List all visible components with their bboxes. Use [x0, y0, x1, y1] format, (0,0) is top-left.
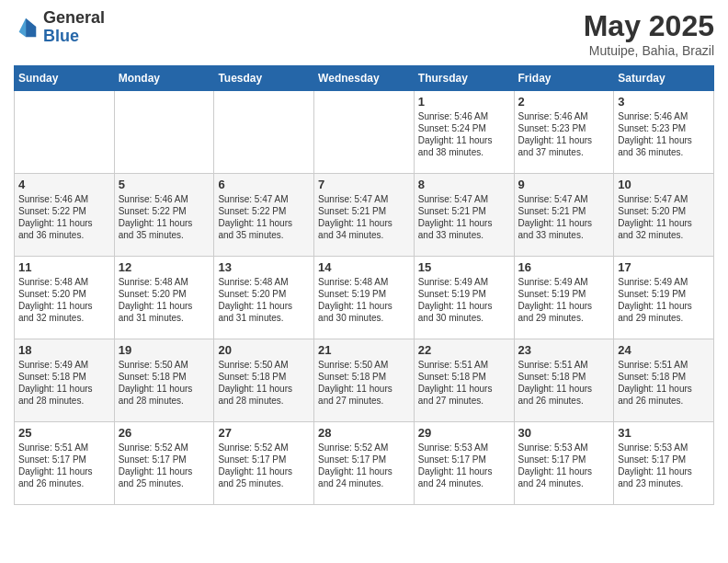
cell-text: Daylight: 11 hours — [418, 383, 510, 395]
cell-text: Daylight: 11 hours — [418, 465, 510, 477]
cell-text: Sunset: 5:17 PM — [218, 454, 310, 465]
day-number: 14 — [318, 260, 410, 274]
cell-text: and 29 minutes. — [518, 312, 610, 324]
calendar-cell: 5Sunrise: 5:46 AMSunset: 5:22 PMDaylight… — [114, 174, 214, 257]
cell-text: Sunset: 5:19 PM — [518, 288, 610, 300]
day-number: 27 — [218, 426, 310, 440]
cell-text: Sunrise: 5:52 AM — [218, 442, 310, 454]
logo-blue: Blue — [43, 27, 79, 45]
calendar-cell — [15, 91, 115, 174]
cell-text: Sunset: 5:18 PM — [218, 371, 310, 383]
cell-text: Sunrise: 5:52 AM — [119, 442, 210, 454]
calendar-week-2: 4Sunrise: 5:46 AMSunset: 5:22 PMDaylight… — [15, 174, 714, 257]
calendar-cell: 26Sunrise: 5:52 AMSunset: 5:17 PMDayligh… — [114, 422, 214, 505]
day-number: 6 — [218, 178, 310, 191]
day-number: 10 — [618, 178, 710, 191]
logo-general: General — [43, 8, 105, 27]
cell-text: Sunset: 5:18 PM — [119, 371, 210, 383]
calendar-cell: 12Sunrise: 5:48 AMSunset: 5:20 PMDayligh… — [114, 257, 214, 339]
cell-text: and 37 minutes. — [518, 146, 610, 158]
day-number: 2 — [518, 95, 610, 109]
cell-text: Sunset: 5:22 PM — [119, 205, 210, 217]
calendar-cell: 14Sunrise: 5:48 AMSunset: 5:19 PMDayligh… — [314, 257, 415, 339]
cell-text: Sunrise: 5:47 AM — [418, 193, 510, 205]
cell-text: Daylight: 11 hours — [618, 383, 710, 395]
calendar-cell — [214, 91, 314, 174]
cell-text: and 26 minutes. — [618, 395, 710, 407]
cell-text: Sunset: 5:21 PM — [518, 205, 610, 217]
day-number: 4 — [18, 178, 110, 191]
cell-text: Sunset: 5:18 PM — [518, 371, 610, 383]
cell-text: Daylight: 11 hours — [318, 383, 410, 395]
cell-text: and 33 minutes. — [518, 229, 610, 241]
calendar-cell: 19Sunrise: 5:50 AMSunset: 5:18 PMDayligh… — [114, 339, 214, 422]
day-number: 3 — [618, 95, 710, 109]
cell-text: Sunset: 5:21 PM — [418, 205, 510, 217]
cell-text: Daylight: 11 hours — [518, 383, 610, 395]
calendar-cell: 2Sunrise: 5:46 AMSunset: 5:23 PMDaylight… — [514, 91, 614, 174]
cell-text: Sunrise: 5:49 AM — [418, 276, 510, 288]
cell-text: and 36 minutes. — [18, 229, 110, 241]
day-number: 25 — [18, 426, 110, 440]
cell-text: Daylight: 11 hours — [618, 300, 710, 312]
cell-text: Sunset: 5:18 PM — [18, 371, 110, 383]
day-number: 22 — [418, 343, 510, 357]
calendar-cell: 29Sunrise: 5:53 AMSunset: 5:17 PMDayligh… — [414, 422, 514, 505]
cell-text: Sunrise: 5:51 AM — [618, 359, 710, 371]
cell-text: Sunrise: 5:46 AM — [418, 110, 510, 122]
cell-text: Sunrise: 5:46 AM — [618, 110, 710, 122]
cell-text: Sunrise: 5:48 AM — [318, 276, 410, 288]
calendar-cell — [114, 91, 214, 174]
cell-text: Daylight: 11 hours — [618, 134, 710, 146]
cell-text: Sunset: 5:17 PM — [418, 454, 510, 465]
cell-text: Daylight: 11 hours — [418, 300, 510, 312]
cell-text: Daylight: 11 hours — [119, 383, 210, 395]
cell-text: Sunset: 5:17 PM — [119, 454, 210, 465]
calendar-cell: 17Sunrise: 5:49 AMSunset: 5:19 PMDayligh… — [614, 257, 714, 339]
cell-text: Daylight: 11 hours — [318, 300, 410, 312]
cell-text: Sunrise: 5:51 AM — [518, 359, 610, 371]
svg-marker-2 — [19, 18, 26, 38]
calendar-cell: 4Sunrise: 5:46 AMSunset: 5:22 PMDaylight… — [15, 174, 115, 257]
cell-text: and 25 minutes. — [218, 477, 310, 489]
cell-text: Daylight: 11 hours — [318, 217, 410, 229]
cell-text: Daylight: 11 hours — [518, 217, 610, 229]
cell-text: Sunrise: 5:46 AM — [518, 110, 610, 122]
calendar-cell: 1Sunrise: 5:46 AMSunset: 5:24 PMDaylight… — [414, 91, 514, 174]
cell-text: and 27 minutes. — [418, 395, 510, 407]
cell-text: and 31 minutes. — [119, 312, 210, 324]
calendar-week-3: 11Sunrise: 5:48 AMSunset: 5:20 PMDayligh… — [15, 257, 714, 339]
cell-text: and 30 minutes. — [318, 312, 410, 324]
cell-text: Sunset: 5:24 PM — [418, 122, 510, 134]
cell-text: and 28 minutes. — [119, 395, 210, 407]
cell-text: Sunrise: 5:49 AM — [618, 276, 710, 288]
svg-marker-1 — [26, 18, 36, 38]
weekday-header-friday: Friday — [514, 66, 614, 91]
cell-text: Sunset: 5:20 PM — [119, 288, 210, 300]
calendar-title: May 2025 — [584, 9, 714, 43]
calendar-cell: 30Sunrise: 5:53 AMSunset: 5:17 PMDayligh… — [514, 422, 614, 505]
cell-text: Sunset: 5:17 PM — [18, 454, 110, 465]
cell-text: Sunrise: 5:50 AM — [218, 359, 310, 371]
cell-text: and 35 minutes. — [218, 229, 310, 241]
cell-text: Sunset: 5:18 PM — [618, 371, 710, 383]
cell-text: and 31 minutes. — [218, 312, 310, 324]
calendar-table: SundayMondayTuesdayWednesdayThursdayFrid… — [14, 65, 714, 505]
cell-text: and 28 minutes. — [218, 395, 310, 407]
logo: General Blue — [14, 9, 105, 46]
cell-text: Daylight: 11 hours — [119, 300, 210, 312]
calendar-location: Mutuipe, Bahia, Brazil — [584, 43, 714, 58]
cell-text: Daylight: 11 hours — [518, 465, 610, 477]
day-number: 19 — [119, 343, 210, 357]
calendar-cell: 21Sunrise: 5:50 AMSunset: 5:18 PMDayligh… — [314, 339, 415, 422]
cell-text: Sunrise: 5:47 AM — [618, 193, 710, 205]
calendar-cell: 20Sunrise: 5:50 AMSunset: 5:18 PMDayligh… — [214, 339, 314, 422]
day-number: 17 — [618, 260, 710, 274]
logo-text: General Blue — [43, 9, 105, 46]
day-number: 31 — [618, 426, 710, 440]
calendar-cell: 9Sunrise: 5:47 AMSunset: 5:21 PMDaylight… — [514, 174, 614, 257]
calendar-cell: 27Sunrise: 5:52 AMSunset: 5:17 PMDayligh… — [214, 422, 314, 505]
calendar-cell: 8Sunrise: 5:47 AMSunset: 5:21 PMDaylight… — [414, 174, 514, 257]
calendar-cell: 15Sunrise: 5:49 AMSunset: 5:19 PMDayligh… — [414, 257, 514, 339]
cell-text: and 24 minutes. — [318, 477, 410, 489]
